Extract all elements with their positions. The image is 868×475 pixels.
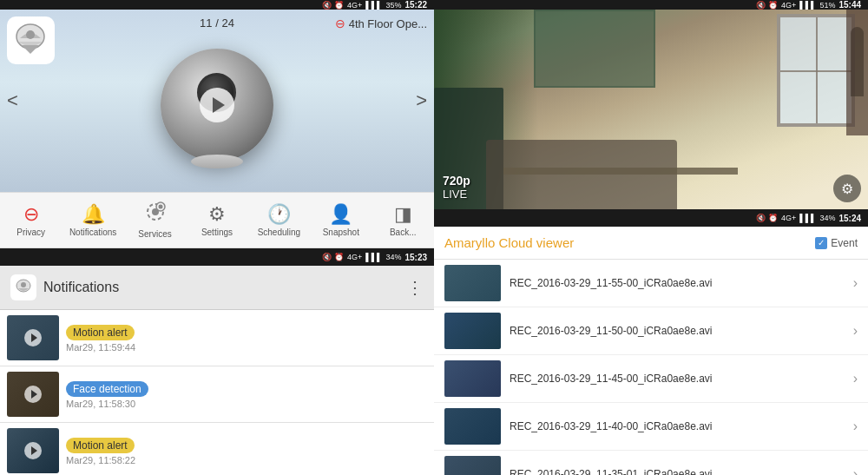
live-info: 720p LIVE xyxy=(443,174,470,201)
right-signal: ▌▌▌ xyxy=(799,1,816,10)
rsb2-battery: 34% xyxy=(819,214,835,222)
thumb-play-icon xyxy=(24,329,42,346)
cloud-viewer: Amaryllo Cloud viewer ✓ Event REC_2016-0… xyxy=(434,227,868,475)
rec-filename-3: REC_2016-03-29_11-45-00_iCRa0ae8e.avi xyxy=(510,373,845,385)
notification-thumb-2 xyxy=(7,372,59,417)
notification-content-3: Motion alert Mar29, 11:58:22 xyxy=(66,437,427,465)
motion-alert-badge-3: Motion alert xyxy=(66,438,135,453)
scheduling-icon: 🕐 xyxy=(267,203,291,226)
recording-list: REC_2016-03-29_11-55-00_iCRa0ae8e.avi › … xyxy=(434,260,868,475)
face-detection-badge: Face detection xyxy=(66,381,148,397)
left-panel: 11 / 24 ⊖ 4th Floor Ope... < > ⊖ xyxy=(0,10,434,475)
list-item[interactable]: REC_2016-03-29_11-55-00_iCRa0ae8e.avi › xyxy=(434,260,868,307)
rec-arrow-4: › xyxy=(853,419,858,434)
notifications-icon: 🔔 xyxy=(82,203,105,226)
camera-base xyxy=(191,155,243,168)
toolbar-privacy[interactable]: ⊖ Privacy xyxy=(7,203,55,237)
privacy-icon: ⊖ xyxy=(23,203,39,226)
resolution-text: 720p xyxy=(443,174,470,188)
rec-arrow-5: › xyxy=(853,466,858,475)
toolbar-backup[interactable]: ◨ Back... xyxy=(379,203,427,237)
camera-title-text: 4th Floor Ope... xyxy=(349,17,427,30)
notifications-title: Notifications xyxy=(43,280,119,295)
notifications-panel: Notifications ⋮ Motion alert Mar29, 11:5… xyxy=(0,266,434,475)
services-label: Services xyxy=(138,229,171,239)
left-signal: ▌▌▌ xyxy=(365,1,382,10)
list-item[interactable]: REC_2016-03-29_11-35-01_iCRa0ae8e.avi › xyxy=(434,451,868,475)
event-filter-checkbox[interactable]: ✓ Event xyxy=(815,237,858,249)
settings-label: Settings xyxy=(201,228,233,237)
rsb2-network: 4G+ xyxy=(781,214,796,222)
toolbar: ⊖ Privacy 🔔 Notifications Services xyxy=(0,192,434,248)
right-status-icons: 🔇 ⏰ xyxy=(756,1,778,10)
scheduling-label: Scheduling xyxy=(258,228,300,237)
notification-date-1: Mar29, 11:59:44 xyxy=(66,342,427,353)
list-item[interactable]: Motion alert Mar29, 11:58:22 xyxy=(0,423,434,475)
settings-icon: ⚙ xyxy=(208,203,226,226)
notif-lion-icon xyxy=(10,274,36,300)
right-panel: 720p LIVE ⚙ 🔇 ⏰ 4G+ ▌▌▌ 34% 15:24 Amaryl… xyxy=(434,10,868,475)
notification-content-1: Motion alert Mar29, 11:59:44 xyxy=(66,324,427,353)
list-item[interactable]: Face detection Mar29, 11:58:30 xyxy=(0,366,434,423)
camera-counter: 11 / 24 xyxy=(200,16,234,30)
svg-point-9 xyxy=(21,282,26,287)
snapshot-label: Snapshot xyxy=(323,228,359,237)
rsb2-signal: ▌▌▌ xyxy=(799,214,816,222)
camera-view: 11 / 24 ⊖ 4th Floor Ope... < > xyxy=(0,10,434,192)
toolbar-services[interactable]: Services xyxy=(131,201,179,239)
sb2-network: 4G+ xyxy=(347,253,362,261)
sb2-time: 15:23 xyxy=(404,253,427,262)
rec-thumb-2 xyxy=(444,313,501,349)
left-status-bar-2: 🔇 ⏰ 4G+ ▌▌▌ 34% 15:23 xyxy=(0,248,434,266)
notification-date-2: Mar29, 11:58:30 xyxy=(66,399,427,409)
play-icon xyxy=(213,97,225,113)
sb2-signal: ▌▌▌ xyxy=(365,253,382,261)
right-status-bar-2: 🔇 ⏰ 4G+ ▌▌▌ 34% 15:24 xyxy=(434,209,868,227)
notification-thumb-1 xyxy=(7,315,59,360)
live-settings-button[interactable]: ⚙ xyxy=(833,175,861,202)
notifications-menu-button[interactable]: ⋮ xyxy=(406,277,424,298)
notifications-list: Motion alert Mar29, 11:59:44 Face detect… xyxy=(0,310,434,475)
toolbar-settings[interactable]: ⚙ Settings xyxy=(193,203,240,237)
backup-icon: ◨ xyxy=(394,203,412,226)
snapshot-icon: 👤 xyxy=(329,203,352,226)
sb2-battery: 34% xyxy=(385,253,401,261)
rec-arrow-2: › xyxy=(853,323,858,339)
services-icon xyxy=(145,201,166,228)
rsb2-time: 15:24 xyxy=(838,214,861,223)
event-label: Event xyxy=(831,237,858,249)
rec-thumb-3 xyxy=(444,360,501,397)
motion-alert-badge-1: Motion alert xyxy=(66,325,135,340)
left-status-icons: 🔇 ⏰ xyxy=(322,1,344,10)
rec-filename-2: REC_2016-03-29_11-50-00_iCRa0ae8e.avi xyxy=(510,325,845,337)
toolbar-notifications[interactable]: 🔔 Notifications xyxy=(69,203,117,237)
checkbox-icon: ✓ xyxy=(815,237,827,249)
play-button[interactable] xyxy=(200,88,234,122)
rec-thumb-4 xyxy=(444,408,501,445)
notification-thumb-3 xyxy=(7,428,59,473)
rec-thumb-5 xyxy=(444,456,501,475)
nav-left-arrow[interactable]: < xyxy=(7,89,18,112)
live-view: 720p LIVE ⚙ xyxy=(434,10,868,209)
rec-filename-4: REC_2016-03-29_11-40-00_iCRa0ae8e.avi xyxy=(510,420,845,432)
list-item[interactable]: Motion alert Mar29, 11:59:44 xyxy=(0,310,434,366)
right-battery: 51% xyxy=(819,1,835,10)
backup-label: Back... xyxy=(390,228,417,237)
list-item[interactable]: REC_2016-03-29_11-50-00_iCRa0ae8e.avi › xyxy=(434,307,868,355)
thumb-play-icon-3 xyxy=(24,442,42,459)
toolbar-scheduling[interactable]: 🕐 Scheduling xyxy=(255,203,303,237)
notifications-title-row: Notifications xyxy=(10,274,119,300)
toolbar-snapshot[interactable]: 👤 Snapshot xyxy=(317,203,365,237)
list-item[interactable]: REC_2016-03-29_11-45-00_iCRa0ae8e.avi › xyxy=(434,355,868,403)
list-item[interactable]: REC_2016-03-29_11-40-00_iCRa0ae8e.avi › xyxy=(434,403,868,451)
right-network: 4G+ xyxy=(781,1,796,10)
thumb-play-icon-2 xyxy=(24,386,42,403)
notification-content-2: Face detection Mar29, 11:58:30 xyxy=(66,380,427,409)
right-status-bar: 🔇 ⏰ 4G+ ▌▌▌ 51% 15:44 xyxy=(434,0,868,10)
rec-arrow-3: › xyxy=(853,371,858,386)
privacy-label: Privacy xyxy=(16,228,45,237)
room-background xyxy=(434,10,868,209)
left-status-bar: 🔇 ⏰ 4G+ ▌▌▌ 35% 15:22 xyxy=(0,0,434,10)
nav-right-arrow[interactable]: > xyxy=(416,89,427,112)
notifications-header: Notifications ⋮ xyxy=(0,266,434,310)
